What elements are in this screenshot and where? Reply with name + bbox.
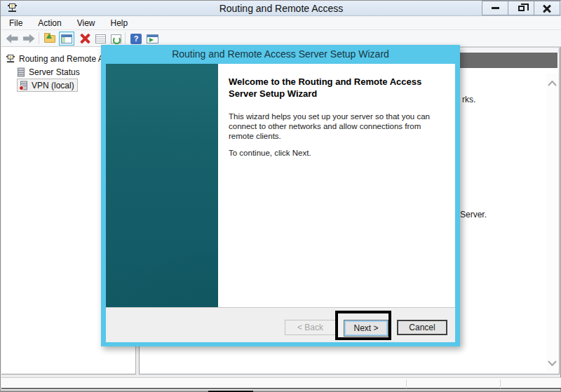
- server-status-icon: [17, 67, 25, 77]
- wizard-title-bar[interactable]: Routing and Remote Access Server Setup W…: [101, 45, 460, 64]
- wizard-watermark-panel: [106, 64, 218, 307]
- status-divider: [406, 379, 407, 388]
- wizard-body-panel: Welcome to the Routing and Remote Access…: [218, 64, 455, 307]
- refresh-button[interactable]: [108, 32, 123, 46]
- forward-icon: [23, 34, 35, 43]
- properties-icon: [95, 34, 106, 43]
- wizard-description-line: connect to other networks and allow conn…: [229, 121, 430, 131]
- restore-icon: [518, 6, 525, 11]
- refresh-icon: [111, 34, 121, 43]
- menu-item-view[interactable]: View: [69, 16, 103, 30]
- back-wizard-button[interactable]: < Back: [285, 320, 336, 335]
- setup-wizard-dialog: Routing and Remote Access Server Setup W…: [101, 45, 460, 346]
- wizard-description: This wizard helps you set up your server…: [229, 111, 430, 141]
- wizard-description-line: This wizard helps you set up your server…: [229, 111, 430, 121]
- properties-button[interactable]: [93, 32, 108, 46]
- scroll-up-button[interactable]: [546, 77, 558, 89]
- chevron-down-icon: [548, 360, 557, 366]
- help-button[interactable]: ?: [128, 32, 144, 46]
- show-console-tree-button[interactable]: [59, 32, 74, 46]
- toolbar-separator: [39, 32, 39, 44]
- toolbar-separator: [125, 32, 126, 44]
- rras-node-icon: [6, 54, 15, 64]
- wizard-heading: Welcome to the Routing and Remote Access…: [229, 76, 421, 100]
- window-title: Routing and Remote Access: [1, 1, 561, 16]
- tree-item-label: Server Status: [29, 67, 80, 77]
- wizard-heading-line: Server Setup Wizard: [229, 88, 421, 100]
- close-button[interactable]: [534, 1, 560, 15]
- tree-item-vpn-local[interactable]: VPN (local): [17, 79, 78, 92]
- wizard-description-line: remote clients.: [229, 131, 430, 141]
- back-button[interactable]: [4, 32, 20, 46]
- scroll-down-button[interactable]: [546, 357, 558, 369]
- next-wizard-button[interactable]: Next >: [344, 320, 388, 337]
- back-icon: [6, 34, 18, 43]
- menu-item-file[interactable]: File: [1, 16, 30, 30]
- close-icon: [543, 4, 551, 13]
- tree-item-label: VPN (local): [32, 81, 74, 90]
- folder-up-icon: [44, 35, 55, 43]
- forward-button[interactable]: [21, 32, 36, 46]
- title-bar[interactable]: Routing and Remote Access: [1, 1, 561, 16]
- clipped-text-fragment: rks.: [462, 95, 475, 104]
- taskpad-icon: [147, 34, 158, 43]
- delete-x-icon: [79, 33, 91, 45]
- menu-item-action[interactable]: Action: [30, 16, 69, 30]
- clipped-text-fragment: Server.: [460, 210, 487, 219]
- console-tree-icon: [61, 34, 72, 43]
- wizard-instruction: To continue, click Next.: [229, 148, 311, 158]
- menu-bar: File Action View Help: [1, 16, 561, 30]
- tree-item-label: Routing and Remote A: [19, 54, 104, 64]
- main-window: Routing and Remote Access File Action Vi…: [0, 0, 561, 392]
- minimize-icon: [492, 7, 499, 9]
- minimize-button[interactable]: [482, 1, 508, 15]
- vertical-scrollbar[interactable]: [546, 73, 558, 373]
- help-icon: ?: [130, 34, 142, 44]
- window-controls: [482, 1, 560, 15]
- restore-button[interactable]: [508, 1, 534, 15]
- taskpad-button[interactable]: [144, 32, 160, 46]
- up-one-level-button[interactable]: [42, 32, 58, 46]
- next-button-highlight-annotation: Next >: [335, 311, 391, 340]
- chevron-up-icon: [548, 81, 557, 86]
- cancel-wizard-button[interactable]: Cancel: [397, 320, 447, 335]
- status-divider: [500, 379, 501, 388]
- wizard-heading-line: Welcome to the Routing and Remote Access: [229, 76, 421, 88]
- delete-button[interactable]: [77, 32, 93, 46]
- menu-item-help[interactable]: Help: [103, 16, 136, 30]
- status-bar: [1, 377, 561, 389]
- vpn-server-icon: [19, 81, 28, 90]
